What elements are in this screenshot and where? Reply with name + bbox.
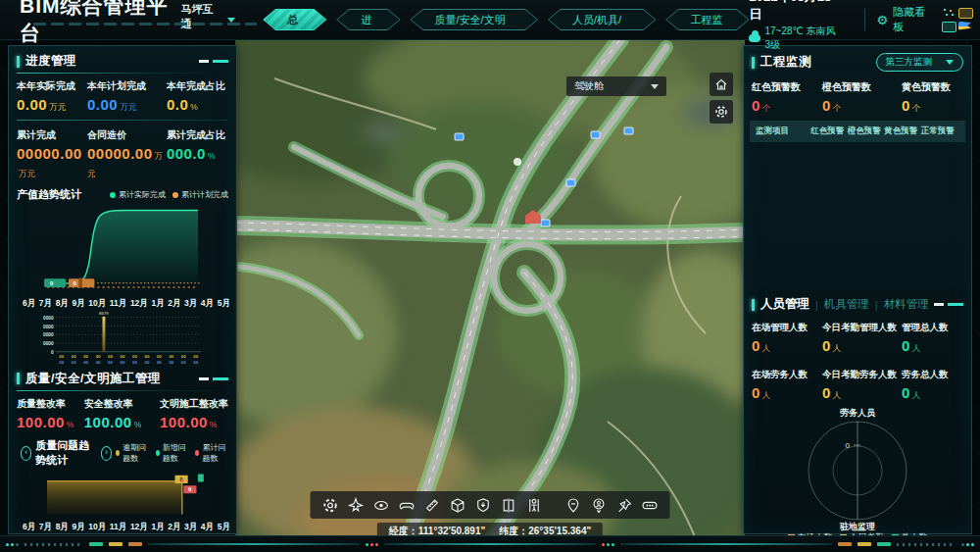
monitor-table-header: 监测项目 红色预警 橙色预警 黄色预警 正常预警 (750, 121, 965, 142)
tab-personnel-material[interactable]: 人员/机具/材料 (548, 9, 657, 30)
svg-text:劳务人员: 劳务人员 (840, 408, 876, 418)
tab-overview[interactable]: 总览 (263, 9, 326, 30)
tab-machinery[interactable]: 机具管理 (824, 297, 869, 312)
green-dot-icon (110, 192, 116, 198)
home-button[interactable] (710, 73, 733, 96)
personnel-radar: 劳务人员 驻地监理 0 在场人数 今日考勤 总人数 (744, 406, 971, 544)
roam-icon[interactable] (399, 497, 416, 514)
svg-text:00: 00 (121, 354, 125, 359)
stat-total-done: 累计完成 00000.00万元 (17, 128, 87, 180)
pin-remove-icon[interactable] (565, 497, 582, 514)
footer-chip-yellow (109, 542, 122, 546)
svg-text:0000: 0000 (43, 315, 54, 320)
map-toolbar (311, 491, 670, 519)
stat-attend-managers: 今日考勤管理人数 0人 (822, 322, 902, 355)
fly-icon[interactable] (348, 497, 365, 514)
footer-leds (6, 543, 19, 546)
svg-text:00: 00 (181, 354, 186, 359)
map-3d-view[interactable]: 驾驶舱 经度：111°32'50.891" 纬度：26°35'15.364" (235, 39, 745, 544)
red-dot-icon (195, 450, 199, 456)
issue-trend-chart: 0 0 (12, 470, 233, 522)
green-dot-icon (156, 450, 160, 456)
compare-icon[interactable] (501, 497, 517, 514)
personnel-stats-row1: 在场管理人数 0人 今日考勤管理人数 0人 管理总人数 0人 (744, 318, 971, 357)
radar-chart: 劳务人员 驻地监理 0 (748, 406, 967, 531)
view-icon[interactable] (373, 497, 390, 514)
hide-board-button[interactable]: ⚙ 隐藏看板 (877, 5, 928, 34)
tab-material[interactable]: 材料管理 (884, 297, 929, 312)
weather-text: 17~28℃ 东南风3级 (764, 25, 838, 52)
svg-text:00: 00 (193, 354, 198, 359)
stat-contract-price: 合同造价 00000.00万元 (87, 128, 167, 180)
svg-text:8679: 8679 (99, 311, 109, 316)
output-trend-chart: 0 0 (12, 204, 233, 297)
legend-overdue: 逾期问题数 (116, 442, 149, 464)
person-pin-icon[interactable] (591, 497, 608, 514)
gear-icon (714, 105, 728, 119)
footer-decoration (0, 535, 980, 552)
stat-yellow-warnings: 黄色预警数 0个 (902, 80, 963, 115)
section-accent (17, 373, 20, 384)
footer-line (620, 543, 832, 545)
measure-icon[interactable] (424, 497, 441, 514)
figure-icon[interactable] (526, 497, 543, 514)
app-brand: BIM综合管理平台 马坪互通 (20, 0, 235, 47)
legend-plan: 累计计划完成 (172, 189, 228, 200)
svg-text:00: 00 (72, 354, 76, 359)
issue-trend-header: ‹ 质量问题趋势统计 › 逾期问题数 新增问题数 累计问题数 (9, 433, 236, 468)
prev-arrow-icon[interactable]: ‹ (21, 446, 31, 461)
quality-section-header: 质量/安全/文明施工管理 (9, 364, 236, 390)
stat-onsite-labor: 在场劳务人数 0人 (752, 369, 822, 402)
svg-text:00: 00 (83, 354, 88, 359)
quality-stats: 质量整改率 100.00% 安全整改率 100.00% 文明施工整改率 100.… (9, 393, 236, 433)
header-dashes (199, 377, 228, 380)
header-dashes (934, 303, 963, 306)
progress-title: 进度管理 (25, 53, 76, 70)
footer-leds (961, 543, 974, 546)
project-name: 马坪互通 (181, 2, 220, 31)
section-accent (752, 57, 755, 69)
cloud-icon (749, 34, 760, 42)
footer-leds (366, 543, 378, 546)
legend-actual: 累计实际完成 (110, 189, 166, 200)
progress-section-header: 进度管理 (9, 46, 236, 73)
current-date: 2021年05月18日 (749, 0, 838, 24)
svg-text:0000: 0000 (43, 332, 54, 337)
next-arrow-icon[interactable]: › (101, 446, 112, 461)
shield-icon[interactable] (475, 497, 492, 514)
teal-panel-icon[interactable] (942, 22, 956, 32)
aerial-interchange-scene (235, 39, 745, 544)
tab-progress[interactable]: 进度 (336, 9, 400, 30)
tab-quality-safety[interactable]: 质量/安全/文明施工 (411, 9, 538, 30)
output-trend-header: 产值趋势统计 累计实际完成 累计计划完成 (9, 182, 236, 202)
tab-personnel[interactable]: 人员管理 (760, 296, 809, 313)
stat-total-ratio: 累计完成占比 000.0% (167, 128, 228, 180)
progress-stats-row2: 累计完成 00000.00万元 合同造价 00000.00万元 累计完成占比 0… (9, 125, 236, 182)
settings-icon[interactable] (322, 497, 339, 514)
home-icon (714, 77, 728, 91)
monitor-source-dropdown[interactable]: 第三方监测 (876, 53, 964, 72)
legend-new: 新增问题数 (156, 442, 189, 464)
svg-text:0000: 0000 (43, 324, 54, 328)
stat-total-managers: 管理总人数 0人 (902, 322, 963, 355)
model-icon[interactable] (450, 497, 466, 514)
stat-attend-labor: 今日考勤劳务人数 0人 (822, 369, 902, 402)
flag-icon[interactable] (958, 22, 971, 30)
tab-monitoring[interactable]: 工程监测 (665, 9, 749, 30)
cockpit-dropdown[interactable]: 驾驶舱 (566, 76, 666, 96)
svg-text:00: 00 (59, 354, 64, 359)
pushpin-icon[interactable] (616, 497, 633, 514)
stat-year-ratio: 本年完成占比 0.0% (167, 79, 228, 114)
brand-decoration (33, 23, 257, 25)
footer-line (384, 543, 596, 545)
project-dropdown-caret-icon[interactable] (227, 18, 235, 23)
map-settings-button[interactable] (710, 100, 733, 124)
footer-chip-yellow (858, 542, 871, 546)
footer-chip-green (89, 542, 103, 546)
dots-icon[interactable] (942, 8, 955, 17)
footer-dots (897, 543, 956, 546)
orange-dot-icon (172, 192, 178, 198)
more-icon[interactable] (642, 497, 659, 514)
yellow-panel-icon[interactable] (958, 8, 973, 19)
svg-text:00: 00 (96, 354, 101, 359)
